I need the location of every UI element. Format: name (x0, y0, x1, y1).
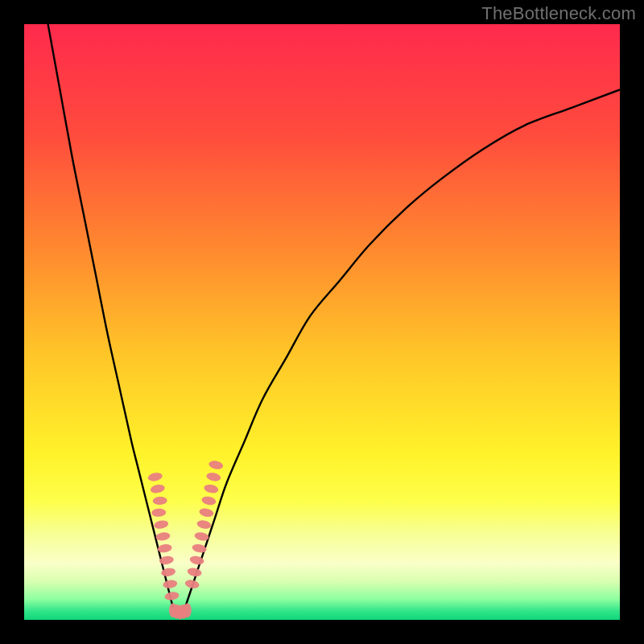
marker-group (147, 460, 224, 619)
data-marker (199, 507, 215, 518)
data-marker (155, 531, 171, 542)
data-marker (163, 579, 178, 589)
curve-right-branch (185, 89, 620, 608)
chart-stage: TheBottleneck.com (0, 0, 644, 644)
data-marker (150, 484, 166, 494)
data-marker (164, 591, 180, 601)
data-marker (153, 519, 168, 530)
data-marker (187, 567, 203, 577)
data-marker (201, 495, 217, 506)
data-marker (184, 603, 192, 617)
data-marker (196, 519, 213, 530)
data-marker (152, 497, 167, 506)
data-marker (184, 579, 200, 589)
data-marker (206, 472, 222, 482)
data-marker (204, 484, 220, 494)
data-marker (208, 460, 224, 470)
plot-area (24, 24, 620, 620)
curve-layer (24, 24, 620, 620)
data-marker (151, 508, 166, 517)
data-marker (147, 472, 163, 482)
curve-left-branch (48, 24, 173, 608)
watermark-text: TheBottleneck.com (481, 3, 636, 24)
data-marker (192, 543, 208, 554)
